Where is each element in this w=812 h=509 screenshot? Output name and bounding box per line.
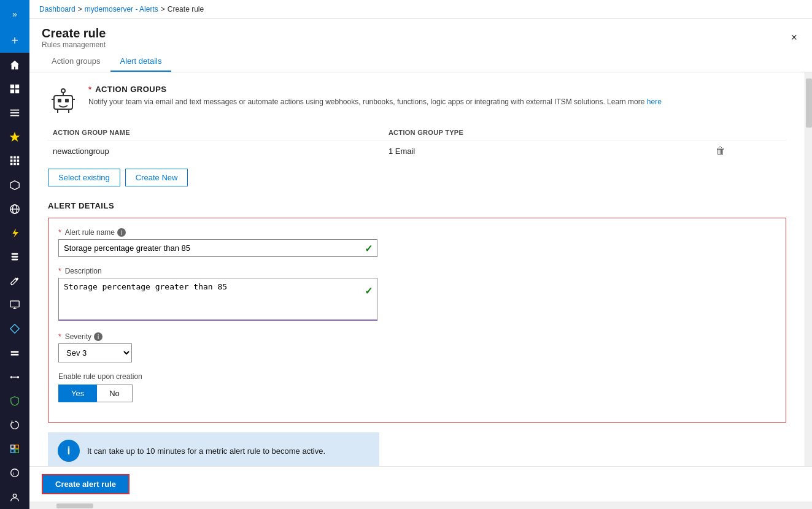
svg-point-38 <box>61 89 65 93</box>
svg-rect-9 <box>17 156 20 159</box>
action-group-buttons: Select existing Create New <box>48 169 786 186</box>
svg-rect-4 <box>10 110 19 111</box>
sidebar-home-icon[interactable] <box>0 53 29 77</box>
sidebar-monitor-icon[interactable] <box>0 293 29 317</box>
action-group-name: newactiongroup <box>48 140 384 162</box>
close-button[interactable]: × <box>788 29 800 47</box>
diamond-svg-icon <box>9 323 20 334</box>
svg-rect-13 <box>10 163 13 166</box>
dashboard-svg-icon <box>9 83 20 94</box>
svg-rect-14 <box>14 163 16 166</box>
enable-rule-field: Enable rule upon creation Yes No <box>58 372 776 402</box>
globe-svg-icon <box>9 204 20 215</box>
description-field: * Description ✓ <box>58 267 776 323</box>
robot-svg <box>49 86 77 114</box>
enable-rule-no-button[interactable]: No <box>97 385 133 402</box>
tab-bar: Action groups Alert details <box>29 52 812 72</box>
svg-rect-7 <box>10 156 13 159</box>
delete-action-group-button[interactable]: 🗑 <box>716 145 725 156</box>
connect-svg-icon <box>9 372 20 383</box>
scroll-thumb[interactable] <box>806 78 812 128</box>
info-banner: i It can take up to 10 minutes for a met… <box>48 432 379 466</box>
bolt-svg-icon <box>9 228 20 239</box>
sidebar-box-icon[interactable] <box>0 173 29 197</box>
sidebar-menu-icon[interactable] <box>0 101 29 124</box>
svg-rect-28 <box>15 445 18 448</box>
page-header: Create rule Rules management × <box>29 19 812 52</box>
sidebar-refresh-icon[interactable] <box>0 413 29 437</box>
sidebar-grid-icon[interactable] <box>0 149 29 173</box>
page-subtitle: Rules management <box>42 40 106 49</box>
sidebar-bolt-icon[interactable] <box>0 221 29 245</box>
sidebar-puzzle-icon[interactable] <box>0 437 29 461</box>
severity-info-icon[interactable]: i <box>94 332 102 341</box>
box-svg-icon <box>9 180 20 191</box>
alert-rule-name-input[interactable] <box>58 239 377 257</box>
action-groups-content: * ACTION GROUPS Notify your team via ema… <box>88 85 662 107</box>
description-checkmark: ✓ <box>365 285 373 297</box>
alert-rule-name-input-wrapper: ✓ <box>58 239 377 257</box>
alert-rule-name-label: * Alert rule name i <box>58 228 776 237</box>
sidebar-connect-icon[interactable] <box>0 365 29 389</box>
sidebar-add-icon[interactable]: + <box>0 29 29 53</box>
svg-rect-15 <box>17 163 20 166</box>
svg-rect-8 <box>14 156 16 159</box>
sidebar-star-icon[interactable] <box>0 125 29 149</box>
info-banner-text: It can take up to 10 minutes for a metri… <box>87 446 325 456</box>
sidebar-shield-icon[interactable] <box>0 389 29 413</box>
puzzle-svg-icon <box>9 443 20 454</box>
severity-field: * Severity i Sev 0 Sev 1 Sev 2 Sev 3 Sev… <box>58 332 776 362</box>
svg-rect-1 <box>15 85 19 88</box>
enable-rule-yes-button[interactable]: Yes <box>58 385 97 402</box>
pencil-svg-icon <box>9 275 20 286</box>
severity-select[interactable]: Sev 0 Sev 1 Sev 2 Sev 3 Sev 4 <box>58 343 132 362</box>
expand-icon: » <box>12 9 17 19</box>
tab-action-groups[interactable]: Action groups <box>42 52 110 72</box>
sidebar-diamond-icon[interactable] <box>0 317 29 341</box>
learn-more-link[interactable]: here <box>647 98 662 106</box>
vertical-scrollbar[interactable] <box>805 72 812 466</box>
description-textarea[interactable] <box>58 278 377 321</box>
breadcrumb-server[interactable]: mydemoserver - Alerts <box>85 5 158 13</box>
table-row: newactiongroup 1 Email 🗑 <box>48 140 786 162</box>
horizontal-scrollbar[interactable] <box>29 502 812 509</box>
create-alert-rule-button[interactable]: Create alert rule <box>42 474 130 494</box>
action-groups-title: * ACTION GROUPS <box>88 85 662 94</box>
yes-no-toggle: Yes No <box>58 385 776 402</box>
svg-rect-35 <box>58 99 61 102</box>
enable-rule-label: Enable rule upon creation <box>58 372 776 381</box>
svg-rect-30 <box>15 450 18 453</box>
description-label: * Description <box>58 267 776 275</box>
breadcrumb-current: Create rule <box>168 5 204 13</box>
tab-alert-details[interactable]: Alert details <box>110 52 172 72</box>
svg-rect-3 <box>15 90 19 93</box>
svg-point-26 <box>17 376 20 378</box>
create-new-button[interactable]: Create New <box>125 169 188 186</box>
svg-rect-21 <box>12 259 18 261</box>
action-groups-desc: Notify your team via email and text mess… <box>88 96 662 107</box>
svg-rect-0 <box>10 85 14 88</box>
svg-rect-2 <box>10 90 14 93</box>
sidebar-db-icon[interactable] <box>0 245 29 269</box>
layers-svg-icon <box>9 348 20 359</box>
sidebar-dashboard-icon[interactable] <box>0 77 29 101</box>
action-group-type: 1 Email <box>384 140 711 162</box>
sidebar-layers-icon[interactable] <box>0 341 29 365</box>
sidebar-globe-icon[interactable] <box>0 197 29 221</box>
svg-rect-12 <box>17 160 20 163</box>
description-input-wrapper: ✓ <box>58 278 377 323</box>
breadcrumb-dashboard[interactable]: Dashboard <box>39 5 75 13</box>
sidebar-tag-icon[interactable]: i <box>0 461 29 485</box>
h-scroll-thumb[interactable] <box>56 503 93 508</box>
alert-rule-name-info-icon[interactable]: i <box>117 228 126 237</box>
svg-rect-36 <box>65 99 69 102</box>
sidebar-user-icon[interactable] <box>0 485 29 509</box>
alert-rule-name-field: * Alert rule name i ✓ <box>58 228 776 257</box>
tag-svg-icon: i <box>9 467 20 478</box>
sidebar-pencil-icon[interactable] <box>0 269 29 293</box>
star-svg-icon <box>9 131 20 142</box>
select-existing-button[interactable]: Select existing <box>48 169 120 186</box>
sidebar-expand[interactable]: » <box>0 0 29 29</box>
breadcrumb: Dashboard > mydemoserver - Alerts > Crea… <box>29 0 812 19</box>
svg-rect-22 <box>10 301 19 307</box>
